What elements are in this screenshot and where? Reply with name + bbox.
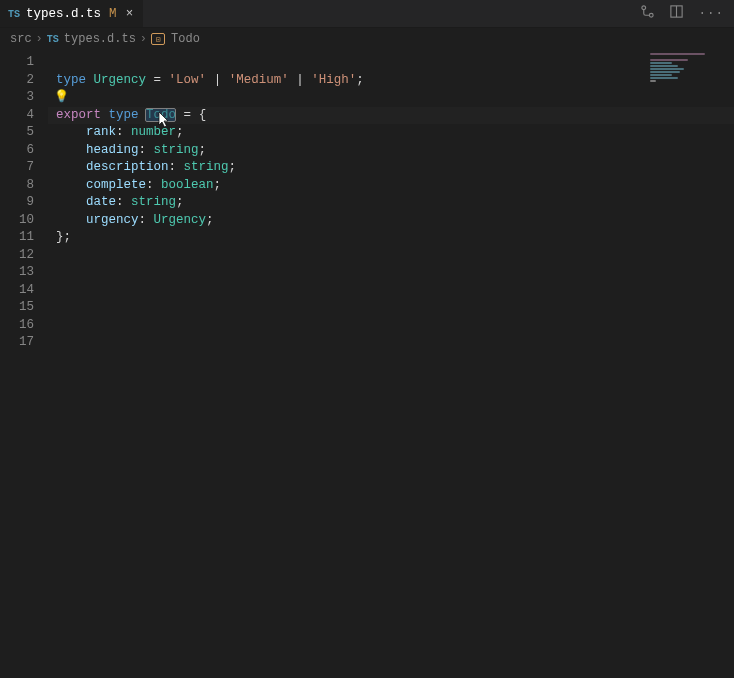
svg-point-0 [642, 6, 646, 10]
minimap-line [650, 62, 672, 64]
line-number: 10 [0, 212, 48, 230]
code-line[interactable]: }; [48, 229, 734, 247]
file-type-icon: TS [8, 9, 20, 20]
breadcrumb[interactable]: src › TS types.d.ts › ⊡ Todo [0, 28, 734, 50]
code-line[interactable]: type Urgency = 'Low' | 'Medium' | 'High'… [48, 72, 734, 90]
line-number: 4 [0, 107, 48, 125]
minimap-line [650, 68, 684, 70]
line-number: 12 [0, 247, 48, 265]
file-type-icon: TS [47, 34, 59, 45]
line-number: 2 [0, 72, 48, 90]
minimap-line [650, 77, 678, 79]
tab-bar: TS types.d.ts M × ··· [0, 0, 734, 28]
svg-point-1 [650, 13, 654, 17]
line-number: 17 [0, 334, 48, 352]
code-line[interactable] [48, 54, 734, 72]
line-number: 15 [0, 299, 48, 317]
line-number: 1 [0, 54, 48, 72]
minimap-line [650, 65, 678, 67]
line-number: 14 [0, 282, 48, 300]
minimap-line [650, 59, 688, 61]
symbol-interface-icon: ⊡ [151, 33, 165, 45]
code-line[interactable]: urgency: Urgency; [48, 212, 734, 230]
code-line[interactable]: date: string; [48, 194, 734, 212]
line-number: 8 [0, 177, 48, 195]
minimap-line [650, 74, 672, 76]
code-line[interactable]: heading: string; [48, 142, 734, 160]
split-editor-icon[interactable] [669, 4, 684, 23]
minimap-line [650, 71, 680, 73]
lightbulb-icon[interactable]: 💡 [54, 89, 69, 104]
line-number-gutter: 1234567891011121314151617 [0, 50, 48, 678]
line-number: 13 [0, 264, 48, 282]
code-line[interactable]: complete: boolean; [48, 177, 734, 195]
minimap-line [650, 80, 656, 82]
code-line[interactable] [48, 317, 734, 335]
line-number: 5 [0, 124, 48, 142]
compare-changes-icon[interactable] [640, 4, 655, 23]
tab-bar-spacer [143, 0, 631, 27]
line-number: 16 [0, 317, 48, 335]
code-line[interactable] [48, 334, 734, 352]
breadcrumb-symbol[interactable]: Todo [171, 32, 200, 46]
editor-actions: ··· [630, 0, 734, 27]
code-line[interactable] [48, 299, 734, 317]
code-line[interactable]: export type Todo = { [48, 107, 734, 125]
tab-types-d-ts[interactable]: TS types.d.ts M × [0, 0, 143, 27]
code-line[interactable] [48, 247, 734, 265]
line-number: 6 [0, 142, 48, 160]
breadcrumb-file[interactable]: types.d.ts [64, 32, 136, 46]
code-line[interactable] [48, 89, 734, 107]
code-line[interactable] [48, 264, 734, 282]
line-number: 7 [0, 159, 48, 177]
more-icon[interactable]: ··· [698, 7, 724, 21]
tab-dirty-marker: M [109, 7, 117, 21]
code-area[interactable]: type Urgency = 'Low' | 'Medium' | 'High'… [48, 50, 734, 678]
code-line[interactable] [48, 282, 734, 300]
chevron-right-icon: › [36, 32, 43, 46]
minimap-line [650, 53, 705, 55]
line-number: 11 [0, 229, 48, 247]
minimap[interactable] [650, 50, 730, 650]
chevron-right-icon: › [140, 32, 147, 46]
code-line[interactable]: rank: number; [48, 124, 734, 142]
line-number: 3 [0, 89, 48, 107]
line-number: 9 [0, 194, 48, 212]
breadcrumb-src[interactable]: src [10, 32, 32, 46]
code-line[interactable]: description: string; [48, 159, 734, 177]
tab-close-button[interactable]: × [123, 7, 137, 21]
editor[interactable]: 1234567891011121314151617 type Urgency =… [0, 50, 734, 678]
tab-filename: types.d.ts [26, 7, 101, 21]
